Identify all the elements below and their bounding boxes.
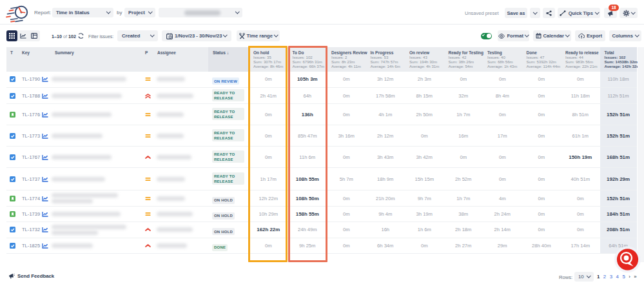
issue-chart-link-icon[interactable] xyxy=(42,176,48,182)
header-status-column[interactable]: To DoIssues: 102Sum: 6796h 31mAverage: 6… xyxy=(288,47,327,72)
count-of: of xyxy=(62,34,68,39)
date-range-button[interactable]: 1/Nov/23 - 30/Nov/23 xyxy=(162,30,231,41)
issue-key[interactable]: TL-1773 xyxy=(22,133,40,139)
status-time-cell: 1h 6m xyxy=(405,227,444,232)
header-assignee[interactable]: Assignee xyxy=(153,47,208,72)
issue-key[interactable]: TL-1825 xyxy=(22,243,40,249)
status-badge[interactable]: READY TO RELEASE xyxy=(212,108,244,120)
save-as-menu-button[interactable] xyxy=(530,8,540,18)
header-type[interactable]: T xyxy=(6,47,18,72)
table-row[interactable]: TL-1825 DONE 0m9h 25m0m6h 34m0m2h 27m29m… xyxy=(6,238,637,254)
status-badge[interactable]: ON HOLD xyxy=(212,212,235,220)
header-status-column[interactable]: On holdIssues: 35Sum: 307h 17mAverage: 8… xyxy=(249,47,288,72)
table-row[interactable]: TL-1739 ON HOLD 10h 29m158h 55m0m9h 4m3h… xyxy=(6,207,637,222)
status-time-cell: 18h 9m xyxy=(366,176,405,182)
columns-label: Columns xyxy=(612,33,634,39)
table-row[interactable]: TL-1776 READY TO RELEASE 0m136h0m4h 1m2h… xyxy=(6,104,637,125)
share-button[interactable] xyxy=(543,8,555,18)
status-badge[interactable]: ON REVIEW xyxy=(212,77,239,85)
count-range: 1–10 xyxy=(52,34,62,39)
feedback-widget-button[interactable] xyxy=(612,243,644,276)
columns-button[interactable]: Columns xyxy=(609,30,641,41)
table-row[interactable]: TL-1737 READY TO RELEASE 1h 17m108h 55m5… xyxy=(6,168,637,190)
status-badge[interactable]: ON HOLD xyxy=(212,228,235,235)
status-badge[interactable]: ON HOLD xyxy=(212,197,235,204)
issue-chart-link-icon[interactable] xyxy=(42,196,48,201)
issue-chart-link-icon[interactable] xyxy=(42,112,48,118)
table-row[interactable]: TL-1732 ON HOLD 162h 22m24h 49m0m16h1h 6… xyxy=(6,222,637,238)
header-status-column[interactable]: TotalIssues: 102Sum: 14538h 32mAverage: … xyxy=(600,47,637,72)
group-by-select[interactable]: Project xyxy=(124,8,155,17)
story-type-icon xyxy=(10,211,15,217)
issue-chart-link-icon[interactable] xyxy=(42,133,48,139)
issue-chart-link-icon[interactable] xyxy=(42,211,48,217)
header-key[interactable]: Key xyxy=(18,47,50,72)
header-status-column[interactable]: Ready to releaseIssues: 44Sum: 983h 56mA… xyxy=(561,47,600,72)
header-status-column[interactable]: Ready for TestingIssues: 42Sum: 38h 26mA… xyxy=(444,47,483,72)
issue-key[interactable]: TL-1739 xyxy=(22,211,40,217)
header-status[interactable]: Status ↓ xyxy=(208,47,249,72)
issue-key[interactable]: TL-1732 xyxy=(22,227,40,232)
time-range-button[interactable]: Time range xyxy=(237,30,280,41)
summary-cell xyxy=(50,193,142,203)
settings-button[interactable] xyxy=(620,8,638,18)
summary-redacted xyxy=(52,225,126,229)
status-time-cell: 3h 42m xyxy=(405,154,444,160)
export-button[interactable]: Export xyxy=(575,30,605,41)
issue-chart-link-icon[interactable] xyxy=(42,76,48,82)
format-button[interactable]: Format xyxy=(498,30,529,41)
quick-tips-button[interactable]: Quick Tips xyxy=(558,8,600,18)
status-badge[interactable]: READY TO RELEASE xyxy=(212,129,244,141)
table-row[interactable]: TL-1790 ON REVIEW 0m105h 3m0m3h 12m2h 3m… xyxy=(6,72,637,88)
send-feedback-button[interactable]: Send Feedback xyxy=(8,273,54,279)
issue-chart-link-icon[interactable] xyxy=(42,227,48,232)
save-as-button[interactable]: Save as xyxy=(505,8,527,18)
issue-key[interactable]: TL-1776 xyxy=(22,112,40,118)
project-select[interactable] xyxy=(159,8,242,17)
status-badge[interactable]: READY TO RELEASE xyxy=(212,172,244,185)
status-time-cell: 0m xyxy=(327,154,366,160)
chevron-down-icon xyxy=(525,33,529,37)
header-status-column[interactable]: On reviewIssues: 43Sum: 194h 30mAverage:… xyxy=(405,47,444,72)
status-time-cell: 150h 19m xyxy=(561,154,600,160)
issue-key[interactable]: TL-1790 xyxy=(22,76,40,82)
issue-key[interactable]: TL-1737 xyxy=(22,176,40,182)
filter-created-select[interactable]: Created xyxy=(117,30,158,41)
issue-key[interactable]: TL-1774 xyxy=(22,196,40,201)
column-title: Testing xyxy=(487,47,522,55)
status-badge[interactable]: READY TO RELEASE xyxy=(212,150,244,163)
table-row[interactable]: TL-1774 ON HOLD 12h 22m108h 50m0m21h 20m… xyxy=(6,190,637,207)
priority-cell xyxy=(142,211,153,217)
calendar-button[interactable]: Calendar xyxy=(533,30,571,41)
status-badge[interactable]: READY TO RELEASE xyxy=(212,89,244,101)
format-toggle[interactable] xyxy=(481,33,492,39)
board-view-button[interactable] xyxy=(28,30,39,41)
header-summary[interactable]: Summary xyxy=(50,47,142,72)
table-row[interactable]: TL-1773 READY TO RELEASE 0m85h 47m3h 16m… xyxy=(6,125,637,147)
header-priority[interactable]: P xyxy=(142,47,153,72)
issue-chart-link-icon[interactable] xyxy=(42,154,48,160)
issue-chart-link-icon[interactable] xyxy=(42,93,48,99)
board-icon xyxy=(31,33,37,39)
header-status-column[interactable]: Designers ReviewIssues: 2Sum: 8h 23mAver… xyxy=(327,47,366,72)
refresh-icon[interactable] xyxy=(77,32,84,39)
header-status-column[interactable]: In ProgressIssues: 53Sum: 747h 57mAverag… xyxy=(366,47,405,72)
status-badge[interactable]: DONE xyxy=(212,244,228,251)
page-2[interactable]: 2 xyxy=(603,274,606,280)
table-row[interactable]: TL-1767 READY TO RELEASE 0m11h 6m0m3h 43… xyxy=(6,147,637,168)
scrollbar-track[interactable] xyxy=(638,47,644,262)
table-row[interactable]: TL-1788 READY TO RELEASE 2h 41m64h0m17h … xyxy=(6,88,637,104)
header-status-column[interactable]: DoneIssues: 47Sum: 5392h 32mAverage: 114… xyxy=(522,47,561,72)
grid-view-button[interactable] xyxy=(6,30,17,41)
status-time-cell: 3h 12m xyxy=(366,76,405,82)
issue-key[interactable]: TL-1767 xyxy=(22,154,40,160)
chart-view-button[interactable] xyxy=(17,30,28,41)
rows-per-page-select[interactable]: 10 xyxy=(574,272,594,282)
header-status-column[interactable]: TestingIssues: 40Sum: 68h 56mAverage: 1h… xyxy=(483,47,522,72)
summary-redacted xyxy=(52,243,93,248)
issue-key[interactable]: TL-1788 xyxy=(22,93,40,99)
page-1[interactable]: 1 xyxy=(597,274,600,280)
report-type-select[interactable]: Time in Status xyxy=(52,8,113,17)
issue-chart-link-icon[interactable] xyxy=(42,243,48,249)
unsaved-preset-label: Unsaved preset xyxy=(465,10,499,16)
